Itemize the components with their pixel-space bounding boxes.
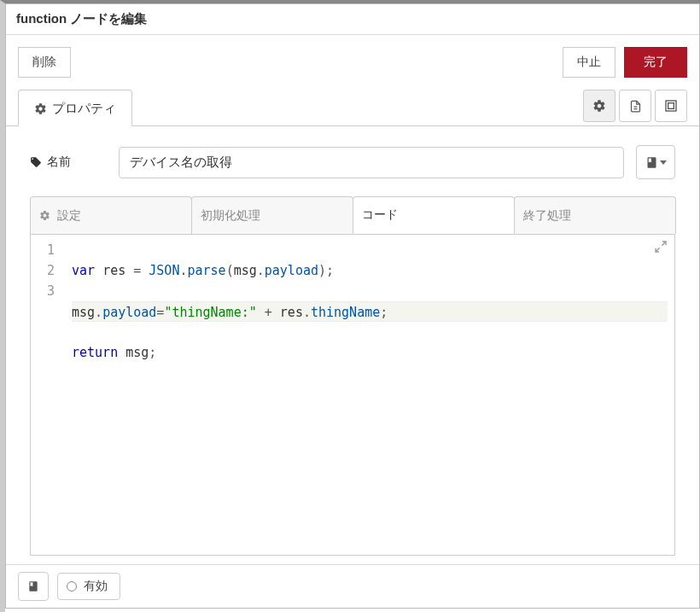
library-button[interactable] bbox=[636, 145, 675, 179]
form-area: 名前 設定 初期化処理 コード bbox=[6, 126, 699, 564]
library-footer-button[interactable] bbox=[18, 572, 49, 601]
enabled-label: 有効 bbox=[84, 579, 108, 594]
delete-button[interactable]: 削除 bbox=[18, 47, 71, 78]
sub-tab-init[interactable]: 初期化処理 bbox=[191, 196, 353, 234]
gear-icon bbox=[39, 210, 50, 221]
panel-title: function ノードを編集 bbox=[6, 4, 699, 35]
sub-tab-label: 設定 bbox=[57, 208, 81, 224]
sub-tab-setup[interactable]: 設定 bbox=[30, 196, 192, 234]
code-area[interactable]: var res = JSON.parse(msg.payload); msg.p… bbox=[65, 235, 674, 555]
code-line: var res = JSON.parse(msg.payload); bbox=[72, 260, 668, 281]
code-line: return msg; bbox=[72, 342, 668, 363]
circle-icon bbox=[67, 581, 77, 592]
file-icon bbox=[629, 100, 642, 113]
expand-icon bbox=[654, 240, 668, 254]
code-editor[interactable]: 1 2 3 var res = JSON.parse(msg.payload);… bbox=[30, 235, 675, 556]
sub-tab-label: コード bbox=[362, 207, 398, 223]
sub-tab-label: 初期化処理 bbox=[201, 208, 260, 224]
footer: 有効 bbox=[6, 564, 699, 608]
done-button[interactable]: 完了 bbox=[624, 47, 687, 78]
appearance-icon-button[interactable] bbox=[655, 90, 687, 122]
svg-line-4 bbox=[662, 242, 666, 246]
svg-rect-3 bbox=[668, 103, 674, 109]
main-tab-row: プロパティ bbox=[6, 90, 699, 126]
gear-icon bbox=[592, 99, 606, 113]
code-line: msg.payload="thingName:" + res.thingName… bbox=[72, 301, 668, 322]
enabled-toggle[interactable]: 有効 bbox=[57, 573, 120, 600]
line-number: 2 bbox=[39, 260, 55, 281]
book-icon bbox=[27, 580, 39, 592]
line-number: 1 bbox=[39, 240, 55, 260]
cancel-button[interactable]: 中止 bbox=[563, 47, 615, 78]
name-label: 名前 bbox=[30, 154, 107, 170]
gear-icon bbox=[34, 102, 47, 115]
settings-icon-button[interactable] bbox=[583, 90, 615, 122]
line-number: 3 bbox=[39, 281, 55, 301]
svg-line-5 bbox=[656, 248, 660, 252]
name-input[interactable] bbox=[119, 147, 624, 178]
expand-button[interactable] bbox=[654, 240, 669, 255]
book-icon bbox=[645, 156, 658, 169]
chevron-down-icon bbox=[660, 160, 667, 165]
action-bar: 削除 中止 完了 bbox=[6, 35, 699, 90]
name-label-text: 名前 bbox=[47, 154, 71, 170]
tab-properties[interactable]: プロパティ bbox=[18, 90, 132, 126]
description-icon-button[interactable] bbox=[619, 90, 651, 122]
line-gutter: 1 2 3 bbox=[31, 235, 65, 555]
sub-tab-code[interactable]: コード bbox=[353, 196, 515, 234]
sub-tab-label: 終了処理 bbox=[523, 208, 571, 224]
sub-tab-close[interactable]: 終了処理 bbox=[514, 196, 676, 234]
svg-rect-2 bbox=[666, 101, 676, 111]
edit-panel: function ノードを編集 削除 中止 完了 プロパティ bbox=[5, 3, 700, 609]
sub-tab-row: 設定 初期化処理 コード 終了処理 bbox=[30, 196, 675, 235]
frame-icon bbox=[664, 99, 678, 113]
name-row: 名前 bbox=[30, 145, 675, 179]
tag-icon bbox=[30, 156, 42, 168]
tab-properties-label: プロパティ bbox=[52, 101, 116, 117]
